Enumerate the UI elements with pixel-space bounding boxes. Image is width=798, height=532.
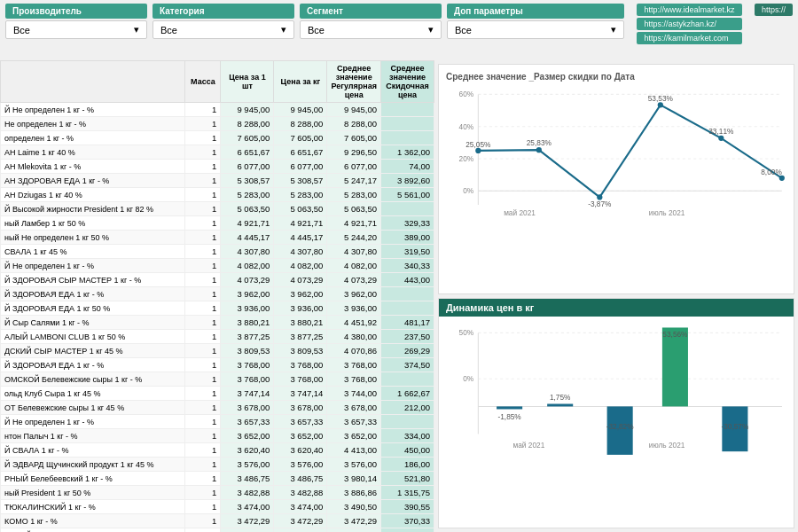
cell-name: Й Не определен 1 кг - % (1, 415, 185, 429)
cell-value: 5 561,00 (381, 188, 434, 202)
cell-value: 3 936,00 (327, 301, 381, 316)
line-chart-container: 60% 40% 20% 0% май 2021 июль 2021 (446, 85, 786, 227)
cell-value: 4 380,00 (327, 330, 381, 344)
main-content: Масса Цена за 1 шт Цена за кг Среднее зн… (0, 60, 798, 532)
cell-value (381, 103, 434, 117)
cell-name: Й Высокой жирности President 1 кг 82 % (1, 202, 185, 216)
extra-select[interactable]: Все ▾ (447, 20, 624, 39)
cell-name: АН Mlekovita 1 кг - % (1, 160, 185, 174)
cell-value (381, 301, 434, 316)
cell-value: 450,00 (381, 443, 434, 458)
cell-name: Й ЭДВАРД Щучинский продукт 1 кг 45 % (1, 458, 185, 472)
svg-text:60%: 60% (459, 90, 474, 98)
table-row: определен 1 кг - %17 605,007 605,007 605… (1, 131, 434, 145)
cell-value: 237,50 (381, 330, 434, 344)
cell-value: 3 877,25 (221, 330, 274, 344)
cell-value: 1 (185, 145, 221, 160)
line-chart-svg: 60% 40% 20% 0% май 2021 июль 2021 (446, 85, 786, 232)
cell-name: ТЮКАЛИНСКИЙ 1 кг - % (1, 500, 185, 514)
cell-value: 3 768,00 (221, 372, 274, 387)
link-extra[interactable]: https:// (755, 4, 793, 16)
svg-text:1,75%: 1,75% (550, 393, 571, 402)
table-row: КОМО 1 кг - %13 472,293 472,293 472,2937… (1, 514, 434, 528)
cell-value: 1 362,00 (381, 145, 434, 160)
cell-name: АН Laime 1 кг 40 % (1, 145, 185, 160)
cell-value: 3 472,29 (274, 514, 327, 528)
data-point (536, 147, 542, 153)
table-row: ный Не определен 1 кг 50 %14 445,174 445… (1, 231, 434, 245)
links-panel-2: https:// (755, 4, 793, 57)
cell-value: 7 605,00 (274, 131, 327, 145)
cell-value: 1 (185, 103, 221, 117)
data-point (718, 136, 724, 141)
cell-value: 724,00 (381, 528, 434, 533)
table-row: Й ЗДОРОВАЯ ЕДА 1 кг - %13 768,003 768,00… (1, 358, 434, 372)
cell-value: 3 490,50 (327, 500, 381, 514)
cell-value: 1 (185, 188, 221, 202)
table-row: АЛЫЙ LAMBONI CLUB 1 кг 50 %13 877,253 87… (1, 330, 434, 344)
cell-value: 3 576,00 (327, 458, 381, 472)
category-select[interactable]: Все ▾ (153, 20, 294, 39)
cell-name: АН Dziugas 1 кг 40 % (1, 188, 185, 202)
segment-filter: Сегмент Все ▾ (300, 4, 442, 57)
cell-name: ОТ Белевежские сыры 1 кг 45 % (1, 401, 185, 415)
links-panel: http://www.idealmarket.kz https://astykz… (637, 4, 741, 57)
cell-value: 4 445,17 (274, 231, 327, 245)
cell-value: 5 283,00 (327, 188, 381, 202)
cell-value: 1 (185, 273, 221, 287)
cell-name: ДСКИЙ СЫР МАСТЕР 1 кг 45 % (1, 344, 185, 358)
svg-text:июль 2021: июль 2021 (649, 208, 685, 217)
link-kamilmarket[interactable]: https://kamilmarket.com (637, 32, 741, 44)
svg-text:20%: 20% (459, 154, 474, 163)
svg-text:40%: 40% (459, 122, 474, 131)
table-row: АН Dziugas 1 кг 40 %15 283,005 283,005 2… (1, 188, 434, 202)
cell-value: 1 (185, 387, 221, 401)
cell-name: АН ЗДОРОВАЯ ЕДА 1 кг - % (1, 174, 185, 188)
cell-value: 3 936,00 (274, 301, 327, 316)
manufacturer-select[interactable]: Все ▾ (5, 20, 147, 39)
cell-value: 3 744,00 (327, 387, 381, 401)
table-row: АН Laime 1 кг 40 %16 651,676 651,679 296… (1, 145, 434, 160)
cell-name: Й ЗДОРОВАЯ ЕДА 1 кг 50 % (1, 301, 185, 316)
manufacturer-filter: Производитель Все ▾ (5, 4, 147, 57)
cell-value: 1 (185, 344, 221, 358)
cell-name: Й Не определен 1 кг - % (1, 103, 185, 117)
cell-value (381, 415, 434, 429)
segment-select[interactable]: Все ▾ (300, 20, 442, 39)
bar-chart-title: Динамика цен в кг (439, 299, 794, 317)
cell-value: 5 063,50 (327, 202, 381, 216)
cell-value: 1 (185, 500, 221, 514)
cell-value: 8 288,00 (327, 117, 381, 131)
cell-value: 1 (185, 415, 221, 429)
cell-value: 4 073,29 (274, 273, 327, 287)
cell-value: 1 (185, 486, 221, 500)
cell-value: 3 414,33 (274, 528, 327, 533)
link-astykzhan[interactable]: https://astykzhan.kz/ (637, 18, 741, 30)
cell-value: 4 921,71 (327, 216, 381, 231)
cell-value: 3 809,53 (274, 344, 327, 358)
filter-bar: Производитель Все ▾ Категория Все ▾ Сегм… (0, 0, 798, 60)
cell-value: 9 945,00 (221, 103, 274, 117)
cell-value: 1 (185, 202, 221, 216)
svg-text:0%: 0% (463, 374, 474, 383)
cell-value: 521,80 (381, 472, 434, 486)
cell-value: 3 962,00 (274, 287, 327, 301)
cell-value: 3 747,14 (221, 387, 274, 401)
table-row: ДСКИЙ ЗДОРОВАЯ ЕДА 1 кг 50 %13 414,333 4… (1, 528, 434, 533)
svg-text:май 2021: май 2021 (504, 208, 536, 217)
cell-name: ДСКИЙ ЗДОРОВАЯ ЕДА 1 кг 50 % (1, 528, 185, 533)
cell-value: 74,00 (381, 160, 434, 174)
bar-chart-box: Динамика цен в кг 50% 0% май 2021 июль 2… (438, 298, 794, 528)
table-row: Й ЗДОРОВАЯ СЫР МАСТЕР 1 кг - %14 073,294… (1, 273, 434, 287)
cell-value: 9 296,50 (327, 145, 381, 160)
table-row: Не определен 1 кг - %18 288,008 288,008 … (1, 117, 434, 131)
link-idealmarket[interactable]: http://www.idealmarket.kz (637, 4, 741, 16)
cell-value: 3 880,21 (221, 316, 274, 330)
cell-value: 1 (185, 443, 221, 458)
cell-value: 1 (185, 131, 221, 145)
cell-value: 5 247,17 (327, 174, 381, 188)
cell-value: 1 (185, 429, 221, 443)
cell-name: Й ЗДОРОВАЯ СЫР МАСТЕР 1 кг - % (1, 273, 185, 287)
svg-text:-32,82%: -32,82% (606, 422, 635, 431)
cell-value: 7 605,00 (327, 131, 381, 145)
